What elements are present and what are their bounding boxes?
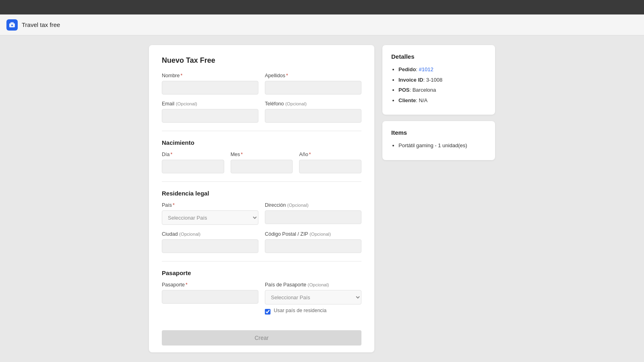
pasaporte-num-group: Pasaporte* [162,282,258,316]
email-label: Email (Opcional) [162,101,258,107]
anio-label: Año* [299,152,361,157]
list-item: Portátil gaming - 1 unidad(es) [398,142,486,150]
crear-button[interactable]: Crear [162,330,361,346]
items-card: Items Portátil gaming - 1 unidad(es) [382,121,495,160]
svg-rect-1 [10,22,14,24]
pasaporte-input[interactable] [162,290,258,304]
mes-input[interactable] [231,160,293,173]
mes-label: Mes* [231,152,293,157]
pais-select[interactable]: Seleccionar País [162,210,258,225]
postal-label: Código Postal / ZIP (Opcional) [265,231,361,237]
direccion-label: Dirección (Opcional) [265,202,361,208]
dia-label: Día* [162,152,224,157]
personal-row-2: Email (Opcional) Teléfono (Opcional) [162,101,361,123]
anio-input[interactable] [299,160,361,173]
residencia-row-2: Ciudad (Opcional) Código Postal / ZIP (O… [162,231,361,253]
pasaporte-num-label: Pasaporte* [162,282,258,288]
detalles-list: Pedido: #1012 Invoice ID: 3-1008 POS: Ba… [391,66,486,104]
divider-pasaporte [162,261,361,261]
divider-residencia [162,181,361,182]
anio-group: Año* [299,152,361,173]
nombre-label: Nombre* [162,73,258,78]
apellidos-label: Apellidos* [265,73,361,78]
ciudad-group: Ciudad (Opcional) [162,231,258,253]
pais-pasaporte-select[interactable]: Seleccionar País [265,290,361,304]
direccion-input[interactable] [265,210,361,224]
detalles-invoice: Invoice ID: 3-1008 [398,76,486,84]
form-panel: Nuevo Tax Free Nombre* Apellidos* Email [149,45,374,352]
pasaporte-title: Pasaporte [162,269,361,276]
items-title: Items [391,129,486,136]
main-content: Nuevo Tax Free Nombre* Apellidos* Email [0,35,644,362]
pedido-link[interactable]: #1012 [419,66,433,72]
detalles-pedido: Pedido: #1012 [398,66,486,74]
dia-group: Día* [162,152,224,173]
usar-pais-label: Usar país de residencia [274,308,326,313]
nacimiento-row: Día* Mes* Año* [162,152,361,173]
sidebar-panels: Detalles Pedido: #1012 Invoice ID: 3-100… [382,45,495,352]
nacimiento-title: Nacimiento [162,139,361,146]
email-input[interactable] [162,109,258,123]
apellidos-group: Apellidos* [265,73,361,95]
pais-pasaporte-label: País de Pasaporte (Opcional) [265,282,361,288]
dia-input[interactable] [162,160,224,173]
postal-input[interactable] [265,239,361,253]
detalles-pos: POS: Barcelona [398,86,486,94]
app-icon [6,19,18,31]
divider-nacimiento [162,131,361,131]
ciudad-label: Ciudad (Opcional) [162,231,258,237]
browser-bar [0,0,644,14]
residencia-row-1: País* Seleccionar País Dirección (Opcion… [162,202,361,225]
email-group: Email (Opcional) [162,101,258,123]
form-heading: Nuevo Tax Free [162,56,361,65]
nombre-group: Nombre* [162,73,258,95]
pais-pasaporte-group: País de Pasaporte (Opcional) Seleccionar… [265,282,361,316]
telefono-input[interactable] [265,109,361,123]
telefono-group: Teléfono (Opcional) [265,101,361,123]
residencia-title: Residencia legal [162,190,361,197]
detalles-title: Detalles [391,53,486,60]
svg-point-2 [11,25,13,26]
detalles-card: Detalles Pedido: #1012 Invoice ID: 3-100… [382,45,495,115]
mes-group: Mes* [231,152,293,173]
telefono-label: Teléfono (Opcional) [265,101,361,107]
pasaporte-row: Pasaporte* País de Pasaporte (Opcional) … [162,282,361,316]
app-title: Travel tax free [22,21,60,28]
apellidos-input[interactable] [265,81,361,95]
usar-pais-checkbox[interactable] [265,309,270,315]
checkbox-row: Usar país de residencia [265,308,361,316]
direccion-group: Dirección (Opcional) [265,202,361,225]
personal-row-1: Nombre* Apellidos* [162,73,361,95]
nombre-input[interactable] [162,81,258,95]
app-titlebar: Travel tax free [0,14,644,35]
pais-group: País* Seleccionar País [162,202,258,225]
ciudad-input[interactable] [162,239,258,253]
pais-label: País* [162,202,258,208]
postal-group: Código Postal / ZIP (Opcional) [265,231,361,253]
detalles-cliente: Cliente: N/A [398,97,486,105]
items-list: Portátil gaming - 1 unidad(es) [391,142,486,150]
